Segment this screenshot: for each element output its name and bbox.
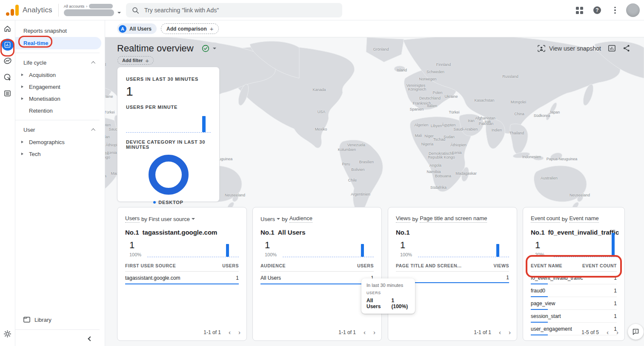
map-label: Angola [429, 163, 441, 167]
next-page-icon[interactable]: › [616, 329, 618, 335]
column-header: AUDIENCE [260, 263, 286, 268]
nav-item-engagement[interactable]: Engagement [15, 81, 105, 93]
next-page-icon[interactable]: › [238, 329, 240, 335]
ga-app: Analytics All accounts › ? [0, 0, 644, 346]
mini-bar-chart[interactable] [554, 241, 617, 257]
search-bar[interactable] [126, 3, 342, 17]
chart-bar [361, 244, 364, 257]
nav-item-library[interactable]: Library [15, 313, 105, 326]
feedback-button[interactable] [628, 324, 644, 340]
map-label: Ägypten [105, 123, 111, 127]
users-by-first-user-source-card: Users by First user source No.1tagassist… [117, 207, 247, 341]
breadcrumb-separator: › [86, 4, 87, 9]
device-category-label: DEVICE CATEGORY IN LAST 30 MINUTES [126, 139, 211, 150]
map-label: Botsuana [105, 174, 106, 178]
advertising-icon[interactable] [0, 69, 15, 85]
data-quality-check-icon [202, 45, 209, 52]
account-switcher[interactable]: All accounts › [64, 4, 121, 16]
map-label: Niger [424, 134, 434, 138]
mini-bar-chart[interactable] [418, 241, 509, 257]
apps-grid-icon[interactable] [572, 3, 586, 17]
map-label: Ukraine [444, 94, 458, 99]
prev-page-icon[interactable]: ‹ [499, 329, 501, 335]
expand-arrow-icon [21, 153, 23, 155]
nav-item-retention[interactable]: Retention [15, 105, 105, 116]
map-label: Ägypten [441, 123, 455, 127]
card-title[interactable]: Users by First user source [125, 215, 239, 223]
map-label: Grönland [373, 47, 389, 51]
map-label: Königreich [408, 87, 426, 91]
next-page-icon[interactable]: › [373, 329, 375, 335]
configure-icon[interactable] [0, 85, 15, 101]
nav-item-reports-snapshot[interactable]: Reports snapshot [15, 25, 105, 37]
map-label: Argentinien [351, 192, 370, 196]
nav-section-life-cycle[interactable]: Life cycle [15, 57, 105, 69]
add-filter-button[interactable]: Add filter + [117, 56, 154, 65]
view-user-snapshot-button[interactable]: View user snapshot [537, 45, 601, 52]
card-title[interactable]: Event count by Event name [531, 215, 617, 223]
redacted-account-name [89, 4, 113, 9]
next-page-icon[interactable]: › [509, 329, 511, 335]
add-comparison-button[interactable]: Add comparison + [161, 23, 219, 34]
insights-icon[interactable] [608, 44, 616, 52]
comparison-bar: A All Users Add comparison + [105, 20, 644, 37]
map-label: Kasachstan [474, 98, 494, 102]
overflow-menu-icon[interactable] [608, 3, 622, 17]
prev-page-icon[interactable]: ‹ [607, 329, 609, 335]
table-row[interactable]: session_start 1 [531, 310, 617, 323]
share-icon[interactable] [623, 44, 630, 52]
home-icon[interactable] [0, 20, 15, 37]
explore-icon[interactable] [0, 53, 15, 69]
table-row[interactable]: tagassistant.google.com 1 [125, 272, 239, 284]
pagination: 1-1 of 1 ‹ › [203, 329, 240, 335]
nav-section-user[interactable]: User [15, 124, 105, 136]
help-icon[interactable]: ? [590, 3, 604, 17]
tooltip-name: All Users [366, 298, 386, 309]
nav-item-realtime[interactable]: Real-time [15, 37, 101, 49]
table-row[interactable]: f0_event_invalid_traffic 1 [531, 272, 617, 284]
breadcrumb: All accounts [64, 4, 85, 9]
admin-gear-icon[interactable] [0, 326, 15, 342]
map-label: Brasilien [359, 160, 374, 164]
tooltip-period: In last 30 minutes [366, 283, 410, 288]
device-donut-chart[interactable] [149, 155, 189, 195]
pagination: 1-1 of 1 ‹ › [338, 329, 375, 335]
chevron-down-icon [192, 218, 195, 220]
user-snapshot-icon [537, 45, 546, 52]
nav-item-monetisation[interactable]: Monetisation [15, 93, 105, 105]
table-row[interactable]: page_view 1 [531, 297, 617, 310]
nav-item-demographics[interactable]: Demographics [15, 136, 105, 148]
row-bar [260, 284, 374, 284]
legend-dot-icon [153, 201, 156, 204]
plus-icon: + [145, 57, 149, 64]
map-label: Chile [348, 178, 357, 182]
card-title[interactable]: Users by Audience [260, 215, 374, 223]
nav-item-acquisition[interactable]: Acquisition [15, 69, 105, 81]
reports-icon[interactable] [0, 37, 15, 53]
search-input[interactable] [144, 7, 336, 14]
left-rail [0, 20, 15, 346]
mini-bar-chart[interactable] [147, 241, 239, 257]
column-header: PAGE TITLE AND SCREEN... [396, 263, 461, 268]
map-label: Schweden [426, 70, 444, 74]
mini-bar-chart[interactable] [283, 241, 374, 257]
analytics-logo-icon [6, 5, 19, 16]
collapse-nav-icon[interactable] [88, 336, 92, 341]
prev-page-icon[interactable]: ‹ [364, 329, 366, 335]
users-per-minute-chart[interactable] [126, 113, 211, 133]
analytics-logo[interactable]: Analytics [0, 5, 52, 16]
expand-arrow-icon [21, 85, 23, 88]
main-content: A All Users Add comparison + [105, 20, 644, 346]
table-row[interactable]: All Users 1 [260, 272, 374, 284]
data-quality-dropdown[interactable] [197, 43, 221, 54]
table-row[interactable]: fraud0 1 [531, 284, 617, 297]
card-title[interactable]: Views by Page title and screen name [396, 215, 509, 223]
map-label: Madagaskar [455, 171, 477, 176]
prev-page-icon[interactable]: ‹ [229, 329, 231, 335]
avatar[interactable] [626, 3, 640, 17]
divider [15, 329, 100, 330]
nav-item-tech[interactable]: Tech [15, 148, 105, 160]
page-title: Realtime overview [117, 43, 194, 54]
all-users-comparison-chip[interactable]: A All Users [117, 23, 157, 34]
divider [15, 53, 100, 53]
